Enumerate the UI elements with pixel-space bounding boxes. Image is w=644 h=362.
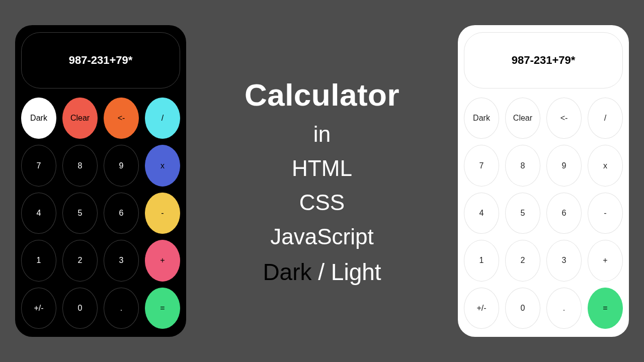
digit-9-button[interactable]: 9 [104,145,139,186]
multiply-button[interactable]: x [588,145,623,186]
add-button[interactable]: + [145,240,180,281]
digit-7-button[interactable]: 7 [464,145,499,186]
divide-button[interactable]: / [588,98,623,139]
title-mode-dark: Dark [263,259,311,285]
theme-toggle-button[interactable]: Dark [21,98,56,139]
digit-8-button[interactable]: 8 [62,145,98,186]
digit-0-button[interactable]: 0 [62,288,98,329]
backspace-button[interactable]: <- [104,98,139,139]
sign-toggle-button[interactable]: +/- [21,288,56,329]
digit-3-button[interactable]: 3 [546,240,582,281]
digit-2-button[interactable]: 2 [505,240,540,281]
add-button[interactable]: + [588,240,623,281]
title-in: in [313,122,331,147]
title-html: HTML [292,156,352,181]
calculator-light: 987-231+79* Dark Clear <- / 7 8 9 x 4 5 … [458,25,629,337]
digit-4-button[interactable]: 4 [464,193,499,234]
theme-toggle-button[interactable]: Dark [464,98,499,139]
display-dark: 987-231+79* [21,32,180,88]
digit-7-button[interactable]: 7 [21,145,56,186]
keypad-light: Dark Clear <- / 7 8 9 x 4 5 6 - 1 2 3 + … [464,98,623,329]
calculator-dark: 987-231+79* Dark Clear <- / 7 8 9 x 4 5 … [15,25,186,337]
digit-9-button[interactable]: 9 [546,145,582,186]
digit-0-button[interactable]: 0 [505,288,540,329]
divide-button[interactable]: / [145,98,180,139]
keypad-dark: Dark Clear <- / 7 8 9 x 4 5 6 - 1 2 3 + … [21,98,180,329]
equals-button[interactable]: = [145,288,180,329]
subtract-button[interactable]: - [588,193,623,234]
digit-3-button[interactable]: 3 [104,240,139,281]
equals-button[interactable]: = [588,288,623,329]
display-light: 987-231+79* [464,32,623,88]
title-main: Calculator [245,77,399,113]
subtract-button[interactable]: - [145,193,180,234]
title-css: CSS [299,190,345,215]
digit-8-button[interactable]: 8 [505,145,540,186]
multiply-button[interactable]: x [145,145,180,186]
title-block: Calculator in HTML CSS JavaScript Dark /… [245,77,399,286]
digit-1-button[interactable]: 1 [21,240,56,281]
clear-button[interactable]: Clear [505,98,540,139]
decimal-button[interactable]: . [104,288,139,329]
title-mode-sep: / [312,259,331,285]
digit-4-button[interactable]: 4 [21,193,56,234]
digit-6-button[interactable]: 6 [546,193,582,234]
title-mode-light: Light [331,259,381,285]
backspace-button[interactable]: <- [546,98,582,139]
digit-5-button[interactable]: 5 [505,193,540,234]
digit-6-button[interactable]: 6 [104,193,139,234]
title-js: JavaScript [270,224,373,249]
sign-toggle-button[interactable]: +/- [464,288,499,329]
digit-5-button[interactable]: 5 [62,193,98,234]
clear-button[interactable]: Clear [62,98,98,139]
digit-2-button[interactable]: 2 [62,240,98,281]
digit-1-button[interactable]: 1 [464,240,499,281]
title-mode: Dark / Light [263,258,381,286]
decimal-button[interactable]: . [546,288,582,329]
